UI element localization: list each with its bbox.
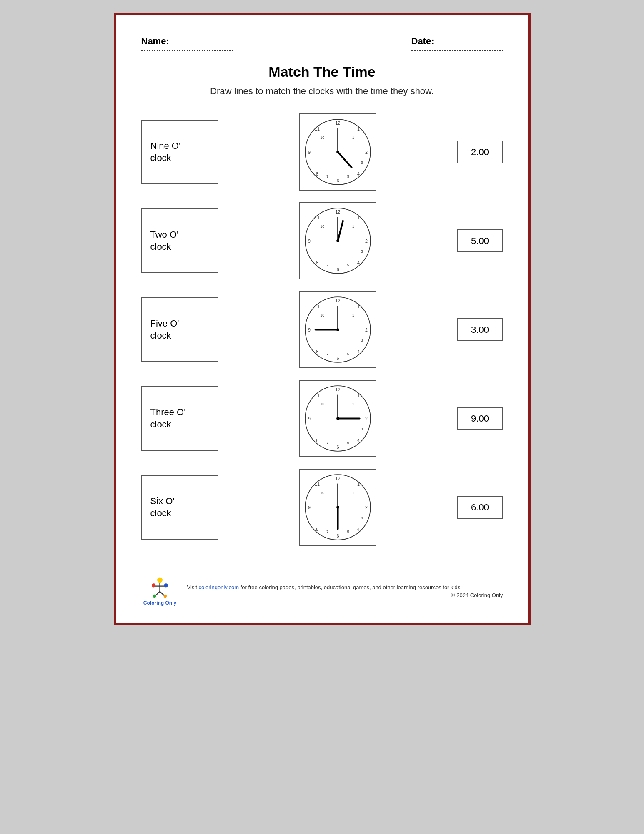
svg-text:2: 2 bbox=[365, 150, 367, 155]
svg-point-50 bbox=[336, 328, 339, 331]
svg-text:10: 10 bbox=[320, 402, 324, 406]
time-box-5: 6.00 bbox=[457, 496, 503, 519]
svg-text:8: 8 bbox=[316, 171, 318, 176]
svg-text:12: 12 bbox=[335, 298, 340, 303]
svg-text:3: 3 bbox=[361, 516, 363, 520]
match-row-4: Three O'clock 12 1 2 4 6 8 9 11 1 10 3 5… bbox=[141, 380, 503, 457]
svg-text:4: 4 bbox=[357, 349, 360, 354]
svg-text:4: 4 bbox=[357, 171, 360, 176]
footer-link[interactable]: coloringonly.com bbox=[198, 584, 239, 590]
time-value-5: 6.00 bbox=[471, 502, 489, 513]
time-box-2: 5.00 bbox=[457, 229, 503, 252]
clock-svg-2: 12 1 2 4 6 8 9 11 1 10 3 5 7 bbox=[303, 206, 372, 275]
clock-svg-5: 12 1 2 4 6 8 9 11 1 10 3 5 7 bbox=[303, 473, 372, 542]
svg-point-93 bbox=[164, 595, 167, 598]
svg-text:5: 5 bbox=[347, 263, 349, 267]
svg-text:4: 4 bbox=[357, 438, 360, 443]
svg-text:3: 3 bbox=[361, 161, 363, 165]
clock-box-4: 12 1 2 4 6 8 9 11 1 10 3 5 7 bbox=[299, 380, 376, 457]
time-box-1: 2.00 bbox=[457, 141, 503, 163]
label-box-1: Nine O'clock bbox=[141, 120, 218, 184]
clock-svg-4: 12 1 2 4 6 8 9 11 1 10 3 5 7 bbox=[303, 384, 372, 453]
label-text-4: Three O'clock bbox=[150, 407, 186, 430]
svg-text:8: 8 bbox=[316, 349, 318, 354]
svg-text:6: 6 bbox=[336, 267, 339, 272]
svg-text:5: 5 bbox=[347, 530, 349, 534]
time-box-3: 3.00 bbox=[457, 318, 503, 341]
match-row-2: Two O'clock 12 1 2 4 6 8 9 11 1 10 3 5 7 bbox=[141, 202, 503, 279]
svg-text:5: 5 bbox=[347, 352, 349, 356]
svg-text:6: 6 bbox=[336, 445, 339, 450]
svg-text:12: 12 bbox=[335, 476, 340, 481]
page-subtitle: Draw lines to match the clocks with the … bbox=[141, 86, 503, 97]
svg-text:11: 11 bbox=[315, 126, 320, 131]
svg-text:5: 5 bbox=[347, 441, 349, 445]
svg-text:4: 4 bbox=[357, 260, 360, 265]
svg-text:12: 12 bbox=[335, 387, 340, 392]
time-value-2: 5.00 bbox=[471, 236, 489, 246]
time-value-3: 3.00 bbox=[471, 324, 489, 335]
label-box-3: Five O'clock bbox=[141, 297, 218, 362]
date-label: Date: bbox=[411, 36, 503, 47]
svg-text:3: 3 bbox=[361, 427, 363, 431]
clock-box-1: 12 1 2 4 6 8 9 11 1 10 3 5 7 bbox=[299, 113, 376, 191]
svg-text:9: 9 bbox=[308, 505, 311, 510]
svg-point-92 bbox=[153, 595, 156, 598]
svg-text:1: 1 bbox=[357, 215, 360, 220]
svg-text:10: 10 bbox=[320, 224, 324, 229]
svg-text:7: 7 bbox=[326, 352, 328, 356]
name-label: Name: bbox=[141, 36, 233, 47]
svg-text:10: 10 bbox=[320, 136, 324, 140]
clock-box-3: 12 1 2 4 6 8 9 11 1 10 3 5 7 bbox=[299, 291, 376, 368]
svg-text:11: 11 bbox=[315, 304, 320, 309]
label-text-3: Five O'clock bbox=[150, 318, 179, 342]
time-value-1: 2.00 bbox=[471, 147, 489, 158]
svg-point-33 bbox=[336, 239, 339, 242]
footer-logo-label: Coloring Only bbox=[143, 600, 176, 606]
page: Name: Date: Match The Time Draw lines to… bbox=[114, 13, 531, 625]
footer-info: Visit coloringonly.com for free coloring… bbox=[187, 583, 503, 598]
svg-text:9: 9 bbox=[308, 416, 311, 421]
svg-text:1: 1 bbox=[357, 304, 360, 309]
svg-text:1: 1 bbox=[357, 393, 360, 398]
svg-text:6: 6 bbox=[336, 356, 339, 361]
svg-text:9: 9 bbox=[308, 150, 311, 155]
svg-text:7: 7 bbox=[326, 263, 328, 267]
svg-text:1: 1 bbox=[357, 126, 360, 131]
svg-text:11: 11 bbox=[315, 482, 320, 487]
svg-text:4: 4 bbox=[357, 527, 360, 532]
logo-icon bbox=[148, 575, 171, 598]
label-box-2: Two O'clock bbox=[141, 208, 218, 273]
svg-text:6: 6 bbox=[336, 533, 339, 538]
svg-point-85 bbox=[157, 578, 163, 583]
clock-box-5: 12 1 2 4 6 8 9 11 1 10 3 5 7 bbox=[299, 469, 376, 546]
svg-text:2: 2 bbox=[365, 416, 367, 421]
svg-text:1: 1 bbox=[357, 482, 360, 487]
clock-svg-3: 12 1 2 4 6 8 9 11 1 10 3 5 7 bbox=[303, 295, 372, 364]
footer: Coloring Only Visit coloringonly.com for… bbox=[141, 567, 503, 606]
svg-point-67 bbox=[336, 417, 339, 420]
svg-point-16 bbox=[336, 151, 339, 153]
label-box-4: Three O'clock bbox=[141, 386, 218, 451]
footer-copyright: © 2024 Coloring Only bbox=[187, 592, 503, 598]
svg-text:7: 7 bbox=[326, 530, 328, 534]
svg-text:11: 11 bbox=[315, 215, 320, 220]
footer-visit-text: Visit coloringonly.com for free coloring… bbox=[187, 583, 503, 592]
svg-point-91 bbox=[164, 583, 168, 587]
svg-text:2: 2 bbox=[365, 239, 367, 244]
clock-box-2: 12 1 2 4 6 8 9 11 1 10 3 5 7 bbox=[299, 202, 376, 279]
svg-text:10: 10 bbox=[320, 491, 324, 495]
svg-text:12: 12 bbox=[335, 121, 340, 126]
time-value-4: 9.00 bbox=[471, 413, 489, 424]
header-row: Name: Date: bbox=[141, 36, 503, 51]
date-field: Date: bbox=[411, 36, 503, 51]
svg-text:8: 8 bbox=[316, 438, 318, 443]
label-box-5: Six O'clock bbox=[141, 475, 218, 540]
svg-text:10: 10 bbox=[320, 313, 324, 317]
svg-text:1: 1 bbox=[352, 136, 354, 140]
svg-text:1: 1 bbox=[352, 402, 354, 406]
name-line bbox=[141, 50, 233, 51]
clock-svg-1: 12 1 2 4 6 8 9 11 1 10 3 5 7 bbox=[303, 118, 372, 186]
label-text-2: Two O'clock bbox=[150, 229, 179, 253]
label-text-5: Six O'clock bbox=[150, 495, 175, 519]
